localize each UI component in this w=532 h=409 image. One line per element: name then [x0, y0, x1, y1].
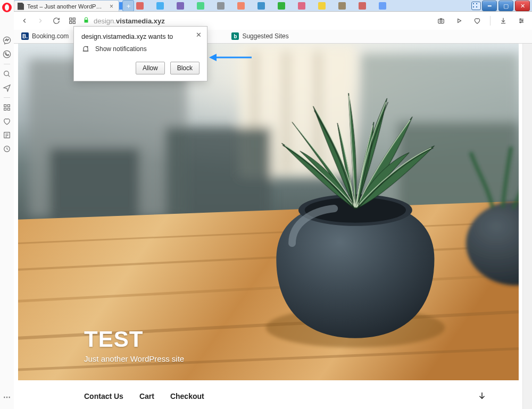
bg-tab-icon[interactable] — [156, 2, 164, 10]
search-icon[interactable] — [2, 69, 12, 79]
browser-sidebar: ⋯ — [0, 0, 14, 409]
lock-icon — [83, 16, 89, 26]
bell-icon — [81, 45, 90, 53]
toolbar-separator — [490, 16, 491, 26]
bg-tab-icon[interactable] — [197, 2, 204, 10]
bookmark-suggested-sites[interactable]: b Suggested Sites — [231, 32, 288, 40]
svg-rect-32 — [49, 148, 139, 222]
bookmarks-heart-icon[interactable] — [2, 116, 12, 127]
new-tab-button[interactable]: + — [122, 0, 134, 12]
bg-tab-icon[interactable] — [379, 2, 386, 10]
scroll-down-icon[interactable] — [477, 391, 487, 402]
svg-marker-6 — [458, 19, 461, 23]
allow-button[interactable]: Allow — [136, 62, 165, 74]
page-icon — [18, 3, 24, 10]
nav-contact[interactable]: Contact Us — [84, 392, 123, 400]
svg-rect-18 — [4, 108, 6, 110]
annotation-arrow — [209, 52, 252, 65]
news-icon[interactable] — [2, 130, 12, 140]
svg-point-5 — [440, 20, 442, 22]
dialog-close-button[interactable]: ✕ — [196, 31, 202, 39]
block-button[interactable]: Block — [170, 62, 200, 74]
easy-setup-button[interactable] — [516, 15, 527, 26]
bg-tab-icon[interactable] — [318, 2, 326, 10]
svg-point-42 — [87, 46, 88, 48]
dialog-message: Show notifications — [95, 45, 147, 53]
bookmark-label: Suggested Sites — [242, 32, 288, 40]
svg-rect-3 — [73, 21, 75, 23]
address-bar[interactable]: design.vistamedia.xyz — [83, 16, 430, 26]
svg-point-11 — [522, 20, 523, 21]
speed-dial-icon[interactable] — [2, 102, 12, 113]
bookmark-heart-button[interactable] — [472, 15, 483, 26]
window-close-button[interactable]: ✕ — [515, 1, 530, 11]
window-maximize-button[interactable]: ▢ — [498, 1, 513, 11]
bg-tab-icon[interactable] — [217, 2, 225, 10]
speed-dial-button[interactable] — [67, 15, 78, 26]
svg-rect-19 — [7, 108, 10, 110]
scrollbar[interactable] — [522, 43, 532, 409]
svg-rect-29 — [284, 51, 288, 172]
tab-title: Test – Just another WordP… — [27, 3, 102, 10]
send-icon[interactable] — [2, 82, 12, 93]
tab-close-button[interactable]: × — [108, 3, 114, 10]
notification-permission-dialog: ✕ design.vistamedia.xyz wants to Show no… — [73, 26, 207, 81]
downloads-button[interactable] — [498, 15, 509, 26]
svg-point-10 — [520, 19, 521, 20]
history-icon[interactable] — [2, 144, 12, 154]
svg-rect-2 — [70, 21, 72, 23]
bing-icon: b — [231, 32, 239, 40]
bg-tab-icon[interactable] — [136, 2, 144, 10]
nav-cart[interactable]: Cart — [139, 392, 154, 400]
whatsapp-icon[interactable] — [2, 49, 12, 60]
bg-tab-icon[interactable] — [338, 2, 346, 10]
more-icon[interactable]: ⋯ — [2, 392, 12, 403]
site-tagline: Just another WordPress site — [84, 354, 184, 363]
active-tab[interactable]: Test – Just another WordP… × — [14, 0, 119, 12]
site-title: TEST — [84, 327, 184, 352]
svg-rect-1 — [73, 18, 75, 20]
sidebar-separator — [4, 97, 10, 98]
bg-tab-icon[interactable] — [359, 2, 366, 10]
background-tabs — [116, 1, 473, 11]
svg-rect-17 — [7, 105, 10, 107]
address-text: design.vistamedia.xyz — [94, 17, 165, 25]
sidebar-separator — [4, 64, 10, 64]
bg-tab-icon[interactable] — [298, 2, 305, 10]
site-nav: Contact Us Cart Checkout — [18, 383, 519, 409]
forward-button[interactable] — [35, 15, 46, 26]
messenger-icon[interactable] — [2, 35, 12, 46]
bg-tab-icon[interactable] — [278, 2, 285, 10]
page-content: TEST Just another WordPress site Contact… — [14, 43, 532, 409]
reload-button[interactable] — [51, 15, 62, 26]
bookmark-label: Booking.com — [32, 32, 69, 40]
opera-logo-icon[interactable] — [2, 2, 12, 13]
bg-tab-icon[interactable] — [177, 2, 184, 10]
window-minimize-button[interactable]: ━ — [482, 1, 497, 11]
svg-point-14 — [4, 71, 9, 76]
snapshot-button[interactable] — [436, 15, 446, 26]
bookmark-booking[interactable]: B. Booking.com — [21, 32, 69, 40]
back-button[interactable] — [19, 15, 30, 26]
hero-section: TEST Just another WordPress site — [18, 43, 519, 383]
bg-tab-icon[interactable] — [237, 2, 245, 10]
dialog-title: design.vistamedia.xyz wants to — [74, 27, 207, 41]
svg-rect-16 — [4, 105, 6, 107]
svg-point-13 — [3, 51, 10, 57]
svg-rect-0 — [70, 18, 72, 20]
booking-icon: B. — [21, 32, 29, 40]
svg-point-12 — [520, 22, 521, 23]
video-popout-button[interactable] — [454, 15, 464, 26]
nav-checkout[interactable]: Checkout — [170, 392, 204, 400]
bg-tab-icon[interactable] — [257, 2, 265, 10]
svg-line-15 — [8, 75, 10, 77]
svg-marker-44 — [209, 54, 217, 61]
